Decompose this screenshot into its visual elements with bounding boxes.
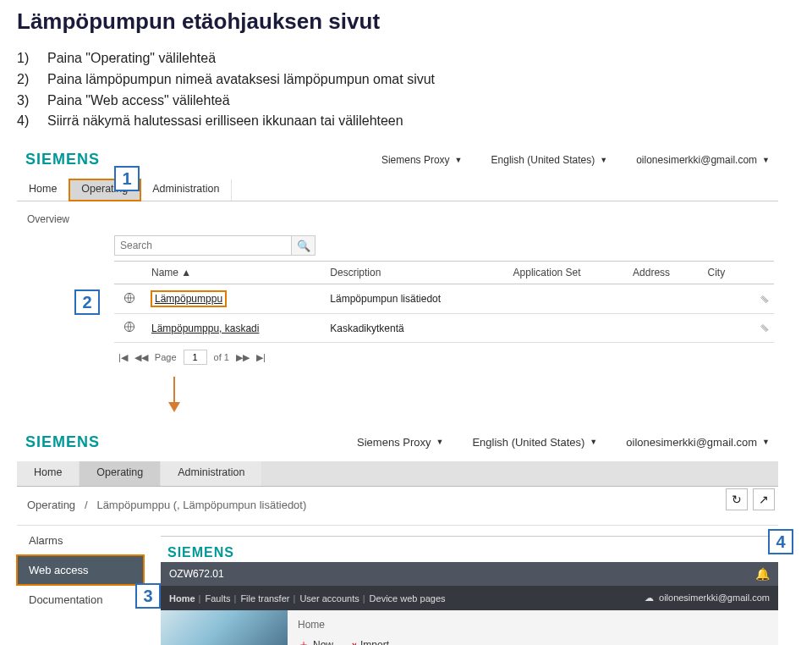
callout-1: 1	[114, 166, 140, 191]
refresh-icon: ↻	[732, 493, 742, 506]
device-link[interactable]: Lämpöpumppu, kaskadi	[151, 322, 259, 334]
screenshot-2: 3 4 SIEMENS Siemens Proxy▼ English (Unit…	[17, 419, 778, 645]
col-name[interactable]: Name ▲	[145, 262, 323, 284]
overview-label: Overview	[17, 201, 778, 230]
account-dropdown[interactable]: oilonesimerkki@gmail.com▼	[626, 436, 770, 449]
siemens-logo: SIEMENS	[167, 545, 234, 560]
pager-last[interactable]: ▶|	[256, 352, 266, 363]
pager-prev[interactable]: ◀◀	[134, 352, 148, 363]
rss-icon[interactable]: ⦀	[758, 292, 771, 306]
siemens-logo: SIEMENS	[25, 151, 100, 168]
step-3: Paina "Web access" välilehteä	[47, 91, 795, 112]
device-thumbnail	[161, 610, 288, 645]
crumb-current: Lämpöpumppu (, Lämpöpumpun lisätiedot)	[96, 499, 306, 511]
nav-web-access[interactable]: Web access	[17, 555, 144, 585]
table-pager: |◀ ◀◀ Page of 1 ▶▶ ▶|	[17, 343, 778, 365]
search-icon: 🔍	[297, 240, 310, 252]
devices-table: Name ▲ Description Application Set Addre…	[114, 261, 774, 343]
language-dropdown[interactable]: English (United States)▼	[472, 436, 597, 449]
menu-user-accounts[interactable]: User accounts	[299, 593, 359, 604]
device-menu: Home| Faults| File transfer| User accoun…	[169, 593, 447, 604]
proxy-dropdown[interactable]: Siemens Proxy▼	[381, 154, 463, 166]
menu-device-web-pages[interactable]: Device web pages	[370, 593, 446, 604]
new-button[interactable]: ＋New	[298, 637, 333, 645]
tab-home[interactable]: Home	[17, 179, 69, 201]
sort-asc-icon: ▲	[181, 267, 191, 278]
table-row[interactable]: Lämpöpumppu Lämpöpumpun lisätiedot ⦀	[114, 284, 774, 314]
refresh-button[interactable]: ↻	[726, 488, 748, 510]
cloud-icon: ☁	[645, 593, 654, 603]
globe-icon	[123, 321, 135, 333]
device-user: ☁oilonesimerkki@gmail.com	[645, 593, 770, 604]
breadcrumb: Operating / Lämpöpumppu (, Lämpöpumpun l…	[17, 487, 778, 526]
tab-administration[interactable]: Administration	[140, 179, 232, 201]
callout-3: 3	[135, 583, 161, 609]
globe-icon	[123, 292, 135, 304]
chevron-down-icon: ▼	[590, 438, 597, 446]
pager-next[interactable]: ▶▶	[236, 352, 250, 363]
pager-of: of 1	[214, 352, 229, 362]
device-desc: Kaskadikytkentä	[323, 314, 506, 343]
pager-label: Page	[155, 352, 177, 362]
col-address[interactable]: Address	[626, 262, 700, 284]
col-city[interactable]: City	[701, 262, 747, 284]
chevron-down-icon: ▼	[436, 438, 443, 446]
chevron-down-icon: ▼	[762, 156, 770, 164]
callout-2: 2	[74, 289, 100, 315]
popout-icon: ↗	[759, 493, 769, 506]
import-button[interactable]: ⇥Import	[347, 637, 389, 645]
instruction-list: Paina "Operating" välilehteä Paina lämpö…	[17, 48, 795, 132]
step-4: Siirrä näkymä halutessasi erilliseen ikk…	[47, 111, 795, 132]
tab-operating[interactable]: Operating	[80, 461, 161, 486]
chevron-down-icon: ▼	[762, 438, 770, 446]
step-2: Paina lämpöpumpun nimeä avataksesi lämpö…	[47, 69, 795, 91]
search-button[interactable]: 🔍	[292, 235, 315, 256]
device-link[interactable]: Lämpöpumppu	[151, 291, 226, 306]
device-desc: Lämpöpumpun lisätiedot	[323, 284, 506, 314]
nav-alarms[interactable]: Alarms	[17, 526, 144, 555]
plus-icon: ＋	[298, 637, 310, 645]
import-icon: ⇥	[347, 638, 357, 645]
page-title: Lämpöpumpun etäohjauksen sivut	[17, 8, 795, 35]
callout-4: 4	[768, 529, 793, 554]
rss-icon[interactable]: ⦀	[758, 322, 771, 335]
tab-administration[interactable]: Administration	[161, 461, 262, 486]
device-id: OZW672.01	[169, 568, 224, 580]
crumb-operating[interactable]: Operating	[27, 499, 75, 511]
flow-arrow	[17, 377, 778, 414]
menu-faults[interactable]: Faults	[205, 593, 230, 604]
table-row[interactable]: Lämpöpumppu, kaskadi Kaskadikytkentä ⦀	[114, 314, 774, 343]
search-input[interactable]	[114, 235, 292, 256]
menu-home[interactable]: Home	[169, 593, 195, 604]
menu-file-transfer[interactable]: File transfer	[240, 593, 289, 604]
popout-button[interactable]: ↗	[753, 488, 775, 510]
account-dropdown[interactable]: oilonesimerkki@gmail.com▼	[636, 154, 770, 166]
nav-documentation[interactable]: Documentation	[17, 585, 144, 615]
proxy-dropdown[interactable]: Siemens Proxy▼	[357, 436, 443, 449]
pager-page-input[interactable]	[184, 350, 207, 365]
col-application-set[interactable]: Application Set	[507, 262, 627, 284]
panel-title: Home	[298, 619, 768, 631]
step-1: Paina "Operating" välilehteä	[47, 48, 795, 69]
pager-first[interactable]: |◀	[118, 352, 128, 363]
left-nav: Alarms Web access Documentation	[17, 526, 144, 645]
primary-tabs: Home Operating Administration	[17, 461, 778, 487]
embedded-device-page: SIEMENS OZW672.01 🔔 Home| Faults| File t…	[161, 536, 778, 645]
chevron-down-icon: ▼	[600, 156, 607, 164]
language-dropdown[interactable]: English (United States)▼	[491, 154, 608, 166]
col-description[interactable]: Description	[323, 262, 506, 284]
tab-home[interactable]: Home	[17, 461, 80, 486]
bell-icon[interactable]: 🔔	[755, 567, 770, 581]
siemens-logo: SIEMENS	[25, 433, 100, 451]
screenshot-1: 1 2 SIEMENS Siemens Proxy▼ English (Unit…	[17, 151, 778, 365]
chevron-down-icon: ▼	[455, 156, 463, 164]
